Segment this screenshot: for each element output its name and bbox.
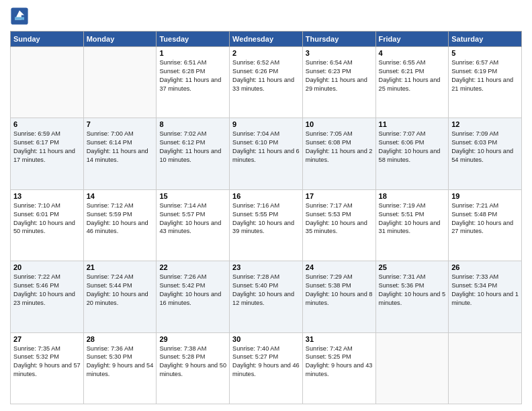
logo bbox=[10, 7, 32, 26]
calendar-week-row: 1Sunrise: 6:51 AM Sunset: 6:28 PM Daylig… bbox=[11, 47, 522, 118]
day-number: 6 bbox=[13, 120, 81, 128]
day-info: Sunrise: 7:38 AM Sunset: 5:28 PM Dayligh… bbox=[159, 345, 226, 379]
day-number: 4 bbox=[379, 49, 446, 57]
day-info: Sunrise: 7:31 AM Sunset: 5:36 PM Dayligh… bbox=[379, 273, 446, 308]
calendar-cell: 1Sunrise: 6:51 AM Sunset: 6:28 PM Daylig… bbox=[157, 47, 230, 118]
day-info: Sunrise: 7:26 AM Sunset: 5:42 PM Dayligh… bbox=[159, 273, 226, 308]
calendar-week-row: 6Sunrise: 6:59 AM Sunset: 6:17 PM Daylig… bbox=[11, 118, 522, 189]
day-number: 24 bbox=[306, 263, 373, 271]
calendar-cell: 4Sunrise: 6:55 AM Sunset: 6:21 PM Daylig… bbox=[375, 47, 449, 118]
day-number: 28 bbox=[87, 335, 154, 343]
day-number: 16 bbox=[232, 192, 300, 200]
calendar-cell bbox=[375, 332, 449, 404]
day-number: 30 bbox=[232, 335, 300, 343]
day-info: Sunrise: 7:17 AM Sunset: 5:53 PM Dayligh… bbox=[306, 201, 373, 236]
day-number: 19 bbox=[451, 192, 519, 200]
day-info: Sunrise: 7:33 AM Sunset: 5:34 PM Dayligh… bbox=[451, 273, 519, 308]
calendar-cell: 28Sunrise: 7:36 AM Sunset: 5:30 PM Dayli… bbox=[83, 332, 157, 404]
calendar-cell: 19Sunrise: 7:21 AM Sunset: 5:48 PM Dayli… bbox=[449, 189, 522, 261]
day-info: Sunrise: 7:09 AM Sunset: 6:03 PM Dayligh… bbox=[451, 130, 519, 165]
calendar-cell: 12Sunrise: 7:09 AM Sunset: 6:03 PM Dayli… bbox=[449, 118, 522, 189]
calendar-cell: 3Sunrise: 6:54 AM Sunset: 6:23 PM Daylig… bbox=[302, 47, 375, 118]
day-number: 8 bbox=[159, 120, 226, 128]
day-number: 7 bbox=[87, 120, 154, 128]
day-number: 18 bbox=[379, 192, 446, 200]
day-info: Sunrise: 7:16 AM Sunset: 5:55 PM Dayligh… bbox=[232, 201, 300, 236]
day-number: 9 bbox=[232, 120, 300, 128]
day-number: 17 bbox=[306, 192, 373, 200]
day-info: Sunrise: 7:10 AM Sunset: 6:01 PM Dayligh… bbox=[13, 201, 81, 236]
day-number: 13 bbox=[13, 192, 81, 200]
calendar-cell: 18Sunrise: 7:19 AM Sunset: 5:51 PM Dayli… bbox=[375, 189, 449, 261]
day-number: 29 bbox=[159, 335, 226, 343]
day-info: Sunrise: 6:51 AM Sunset: 6:28 PM Dayligh… bbox=[159, 58, 226, 93]
calendar-table: SundayMondayTuesdayWednesdayThursdayFrid… bbox=[10, 31, 522, 404]
calendar-header-row: SundayMondayTuesdayWednesdayThursdayFrid… bbox=[11, 32, 522, 47]
day-info: Sunrise: 6:59 AM Sunset: 6:17 PM Dayligh… bbox=[13, 130, 81, 165]
calendar-cell: 9Sunrise: 7:04 AM Sunset: 6:10 PM Daylig… bbox=[230, 118, 303, 189]
day-number: 23 bbox=[232, 263, 300, 271]
calendar-cell bbox=[11, 47, 84, 118]
weekday-header: Wednesday bbox=[230, 32, 303, 47]
day-number: 31 bbox=[306, 335, 373, 343]
day-info: Sunrise: 7:12 AM Sunset: 5:59 PM Dayligh… bbox=[87, 201, 154, 236]
weekday-header: Sunday bbox=[11, 32, 84, 47]
weekday-header: Monday bbox=[83, 32, 157, 47]
calendar-cell: 6Sunrise: 6:59 AM Sunset: 6:17 PM Daylig… bbox=[11, 118, 84, 189]
calendar-cell: 13Sunrise: 7:10 AM Sunset: 6:01 PM Dayli… bbox=[11, 189, 84, 261]
calendar-cell: 31Sunrise: 7:42 AM Sunset: 5:25 PM Dayli… bbox=[302, 332, 375, 404]
day-number: 11 bbox=[379, 120, 446, 128]
day-number: 20 bbox=[13, 263, 81, 271]
calendar-cell: 7Sunrise: 7:00 AM Sunset: 6:14 PM Daylig… bbox=[83, 118, 157, 189]
calendar-cell: 17Sunrise: 7:17 AM Sunset: 5:53 PM Dayli… bbox=[302, 189, 375, 261]
day-info: Sunrise: 6:57 AM Sunset: 6:19 PM Dayligh… bbox=[451, 58, 519, 93]
weekday-header: Tuesday bbox=[157, 32, 230, 47]
day-info: Sunrise: 7:05 AM Sunset: 6:08 PM Dayligh… bbox=[306, 130, 373, 165]
calendar-cell: 30Sunrise: 7:40 AM Sunset: 5:27 PM Dayli… bbox=[230, 332, 303, 404]
day-info: Sunrise: 7:28 AM Sunset: 5:40 PM Dayligh… bbox=[232, 273, 300, 308]
calendar-cell: 20Sunrise: 7:22 AM Sunset: 5:46 PM Dayli… bbox=[11, 261, 84, 332]
day-info: Sunrise: 7:14 AM Sunset: 5:57 PM Dayligh… bbox=[159, 201, 226, 236]
day-number: 21 bbox=[87, 263, 154, 271]
calendar-week-row: 27Sunrise: 7:35 AM Sunset: 5:32 PM Dayli… bbox=[11, 332, 522, 404]
day-number: 15 bbox=[159, 192, 226, 200]
header bbox=[10, 7, 522, 26]
calendar-cell: 14Sunrise: 7:12 AM Sunset: 5:59 PM Dayli… bbox=[83, 189, 157, 261]
calendar-cell: 24Sunrise: 7:29 AM Sunset: 5:38 PM Dayli… bbox=[302, 261, 375, 332]
day-info: Sunrise: 7:29 AM Sunset: 5:38 PM Dayligh… bbox=[306, 273, 373, 308]
day-info: Sunrise: 7:02 AM Sunset: 6:12 PM Dayligh… bbox=[159, 130, 226, 165]
logo-icon bbox=[10, 7, 29, 26]
day-number: 14 bbox=[87, 192, 154, 200]
weekday-header: Friday bbox=[375, 32, 449, 47]
calendar-cell bbox=[83, 47, 157, 118]
calendar-cell: 8Sunrise: 7:02 AM Sunset: 6:12 PM Daylig… bbox=[157, 118, 230, 189]
weekday-header: Thursday bbox=[302, 32, 375, 47]
page: SundayMondayTuesdayWednesdayThursdayFrid… bbox=[0, 0, 532, 411]
day-info: Sunrise: 7:04 AM Sunset: 6:10 PM Dayligh… bbox=[232, 130, 300, 165]
day-number: 2 bbox=[232, 49, 300, 57]
day-info: Sunrise: 7:19 AM Sunset: 5:51 PM Dayligh… bbox=[379, 201, 446, 236]
day-number: 25 bbox=[379, 263, 446, 271]
day-number: 5 bbox=[451, 49, 519, 57]
calendar-cell: 23Sunrise: 7:28 AM Sunset: 5:40 PM Dayli… bbox=[230, 261, 303, 332]
day-info: Sunrise: 7:22 AM Sunset: 5:46 PM Dayligh… bbox=[13, 273, 81, 308]
calendar-cell: 15Sunrise: 7:14 AM Sunset: 5:57 PM Dayli… bbox=[157, 189, 230, 261]
calendar-cell: 11Sunrise: 7:07 AM Sunset: 6:06 PM Dayli… bbox=[375, 118, 449, 189]
day-number: 1 bbox=[159, 49, 226, 57]
day-info: Sunrise: 6:54 AM Sunset: 6:23 PM Dayligh… bbox=[306, 58, 373, 93]
calendar-cell: 21Sunrise: 7:24 AM Sunset: 5:44 PM Dayli… bbox=[83, 261, 157, 332]
calendar-cell: 2Sunrise: 6:52 AM Sunset: 6:26 PM Daylig… bbox=[230, 47, 303, 118]
day-number: 12 bbox=[451, 120, 519, 128]
calendar-cell: 5Sunrise: 6:57 AM Sunset: 6:19 PM Daylig… bbox=[449, 47, 522, 118]
calendar-week-row: 20Sunrise: 7:22 AM Sunset: 5:46 PM Dayli… bbox=[11, 261, 522, 332]
day-info: Sunrise: 6:55 AM Sunset: 6:21 PM Dayligh… bbox=[379, 58, 446, 93]
day-info: Sunrise: 7:42 AM Sunset: 5:25 PM Dayligh… bbox=[306, 345, 373, 379]
day-info: Sunrise: 7:00 AM Sunset: 6:14 PM Dayligh… bbox=[87, 130, 154, 165]
day-number: 22 bbox=[159, 263, 226, 271]
day-info: Sunrise: 7:35 AM Sunset: 5:32 PM Dayligh… bbox=[13, 345, 81, 379]
day-info: Sunrise: 7:21 AM Sunset: 5:48 PM Dayligh… bbox=[451, 201, 519, 236]
calendar-cell: 22Sunrise: 7:26 AM Sunset: 5:42 PM Dayli… bbox=[157, 261, 230, 332]
calendar-week-row: 13Sunrise: 7:10 AM Sunset: 6:01 PM Dayli… bbox=[11, 189, 522, 261]
calendar-cell: 16Sunrise: 7:16 AM Sunset: 5:55 PM Dayli… bbox=[230, 189, 303, 261]
weekday-header: Saturday bbox=[449, 32, 522, 47]
